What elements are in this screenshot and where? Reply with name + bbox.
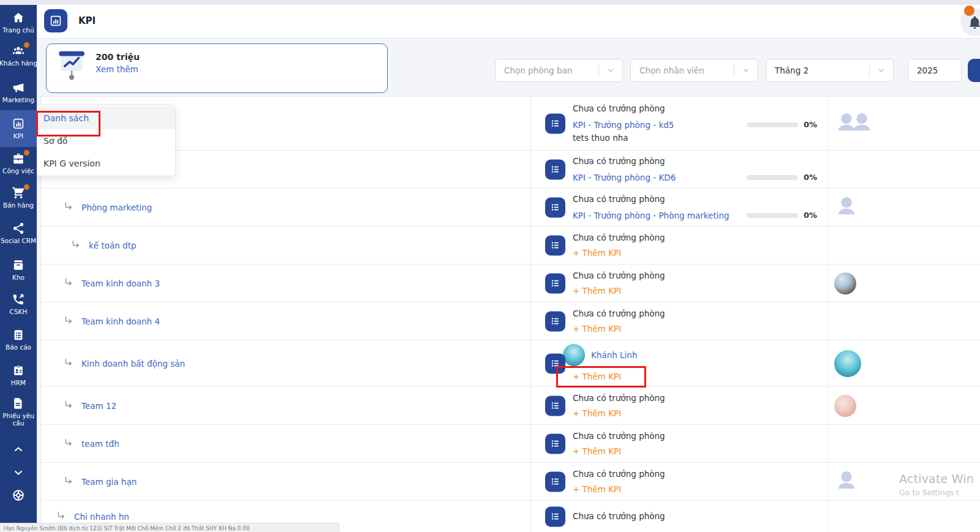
sidebar-item-marketing[interactable]: Marketing xyxy=(0,81,37,103)
kpi-link[interactable]: KPI - Trưởng phòng - kd5 xyxy=(573,119,674,132)
sidebar-item-phieu-yeu-cau[interactable]: Phiếu yêu cầu xyxy=(0,397,37,427)
menu-item-1[interactable]: Danh sách xyxy=(36,107,175,129)
year-input[interactable]: 2025 xyxy=(908,59,962,82)
sidebar-item-khach-hang[interactable]: Khách hàng xyxy=(0,44,37,67)
kpi-summary-card[interactable]: 200 triệu Xem thêm xyxy=(46,43,388,93)
elbow-arrow-icon xyxy=(63,277,75,289)
notification-badge xyxy=(964,6,974,16)
kpi-list-button[interactable] xyxy=(545,433,565,454)
add-kpi-link[interactable]: + Thêm KPI xyxy=(573,483,621,496)
department-cell: Team kinh doanh 4 xyxy=(41,302,531,340)
sidebar-item-hrm[interactable]: HRM xyxy=(0,364,37,386)
kpi-cell: Chưa có trưởng phòng+ Thêm KPI xyxy=(531,302,829,340)
page-header: KPI xyxy=(37,5,980,39)
page-title: KPI xyxy=(78,15,96,26)
members-cell xyxy=(829,387,980,424)
no-leader-status: Chưa có trưởng phòng xyxy=(573,193,828,206)
warehouse-icon xyxy=(12,258,25,272)
chevron-up-icon xyxy=(12,443,24,455)
department-link[interactable]: Phòng marketing xyxy=(81,203,152,212)
menu-item-3[interactable]: KPI G version xyxy=(36,152,175,174)
department-select[interactable]: Chọn phòng ban xyxy=(495,59,623,82)
department-select-placeholder: Chọn phòng ban xyxy=(496,66,598,75)
department-link[interactable]: kế toán dtp xyxy=(89,241,137,250)
add-kpi-link[interactable]: + Thêm KPI xyxy=(573,445,621,458)
progress-percent: 0% xyxy=(804,171,817,184)
kpi-list-button[interactable] xyxy=(545,197,565,217)
list-icon xyxy=(549,315,562,328)
list-icon xyxy=(549,277,562,290)
sidebar-item-label: Kho xyxy=(12,274,24,281)
kpi-link[interactable]: KPI - Trưởng phòng - KD6 xyxy=(573,171,676,184)
no-leader-status: Chưa có trưởng phòng xyxy=(573,269,828,282)
cart-icon xyxy=(12,186,25,200)
sidebar-item-trang-chu[interactable]: Trang chủ xyxy=(0,11,37,34)
sidebar-item-social-crm[interactable]: Social CRM xyxy=(0,222,37,244)
member-avatar-placeholder xyxy=(850,110,874,137)
members-cell xyxy=(829,227,980,264)
kpi-link[interactable]: KPI - Trưởng phòng - Phòng marketing xyxy=(573,209,729,222)
report-icon xyxy=(12,328,25,342)
home-icon xyxy=(12,11,25,24)
kpi-list-button[interactable] xyxy=(545,235,565,255)
list-icon xyxy=(549,399,562,413)
department-cell: Kinh doanh bất động sản xyxy=(41,340,531,386)
status-tooltip-text: Hạn Nguyên Smith (Đã dịch từ 123) SiT Tr… xyxy=(0,525,250,531)
month-select[interactable]: Tháng 2 xyxy=(766,59,894,82)
menu-item-2[interactable]: Sơ đồ xyxy=(36,129,175,152)
status-tooltip-bar: Hạn Nguyên Smith (Đã dịch từ 123) SiT Tr… xyxy=(0,523,339,532)
sidebar-item-cong-viec[interactable]: Công việc xyxy=(0,152,37,174)
kpi-list-button[interactable] xyxy=(545,311,565,331)
briefcase-icon xyxy=(12,152,25,165)
notifications-button[interactable] xyxy=(960,8,980,36)
add-kpi-link[interactable]: + Thêm KPI xyxy=(573,247,621,260)
members-cell xyxy=(829,425,980,462)
sidebar-chevron-up-button[interactable] xyxy=(0,443,37,455)
sidebar-item-kpi[interactable]: KPI xyxy=(0,110,37,147)
department-cell: team tđh xyxy=(41,425,531,462)
department-link[interactable]: Team 12 xyxy=(81,401,116,411)
department-link[interactable]: Chi nhanh hn xyxy=(74,512,129,522)
kpi-list-button[interactable] xyxy=(545,273,565,293)
employee-select[interactable]: Chọn nhân viên xyxy=(630,59,758,82)
chevron-down-icon xyxy=(870,66,893,75)
add-kpi-link[interactable]: + Thêm KPI xyxy=(573,285,621,298)
department-link[interactable]: Team kinh doanh 4 xyxy=(81,317,160,326)
department-link[interactable]: team tđh xyxy=(81,439,119,449)
kpi-list-button[interactable] xyxy=(545,353,565,373)
sidebar-help-wheel-button[interactable] xyxy=(0,489,37,502)
bell-icon xyxy=(967,15,980,30)
table-row: Team 12Chưa có trưởng phòng+ Thêm KPI xyxy=(41,387,980,425)
department-link[interactable]: Team kinh doanh 3 xyxy=(81,279,160,288)
kpi-cell: Chưa có trưởng phòng+ Thêm KPI xyxy=(531,227,829,264)
see-more-link[interactable]: Xem thêm xyxy=(96,64,140,74)
leader-name-link[interactable]: Khánh Linh xyxy=(591,350,637,360)
kpi-list-button[interactable] xyxy=(545,506,565,526)
add-kpi-link[interactable]: + Thêm KPI xyxy=(573,323,621,335)
table-row: Chưa có trưởng phòngKPI - Trưởng phòng -… xyxy=(41,97,980,151)
sidebar-chevron-down-button[interactable] xyxy=(0,466,37,479)
sidebar-item-kho[interactable]: Kho xyxy=(0,258,37,281)
department-link[interactable]: Team gia hạn xyxy=(81,477,137,487)
add-kpi-link[interactable]: + Thêm KPI xyxy=(573,407,621,420)
kpi-cell: Chưa có trưởng phòng+ Thêm KPI xyxy=(531,425,829,462)
sidebar-item-bao-cao[interactable]: Báo cáo xyxy=(0,328,37,351)
kpi-list-button[interactable] xyxy=(545,471,565,492)
kpi-list-button[interactable] xyxy=(545,159,565,179)
elbow-arrow-icon xyxy=(63,438,75,449)
sidebar-item-label: Trang chủ xyxy=(2,26,34,34)
sidebar-item-cskh[interactable]: CSKH xyxy=(0,293,37,315)
department-link[interactable]: Kinh doanh bất động sản xyxy=(81,359,185,369)
add-kpi-link[interactable]: + Thêm KPI xyxy=(573,370,621,383)
sidebar-item-ban-hang[interactable]: Bán hàng xyxy=(0,186,37,209)
list-icon xyxy=(549,437,562,451)
no-leader-status: Chưa có trưởng phòng xyxy=(573,430,828,443)
progress-percent: 0% xyxy=(804,119,817,131)
kpi-list-button[interactable] xyxy=(545,395,565,416)
leader-avatar xyxy=(563,344,585,366)
table-row: team tđhChưa có trưởng phòng+ Thêm KPI xyxy=(41,425,980,463)
filter-apply-button[interactable] xyxy=(968,59,980,82)
kpi-list-button[interactable] xyxy=(545,113,565,133)
kpi-cell: Chưa có trưởng phòng xyxy=(531,501,829,532)
no-leader-status: Chưa có trưởng phòng xyxy=(573,307,828,320)
